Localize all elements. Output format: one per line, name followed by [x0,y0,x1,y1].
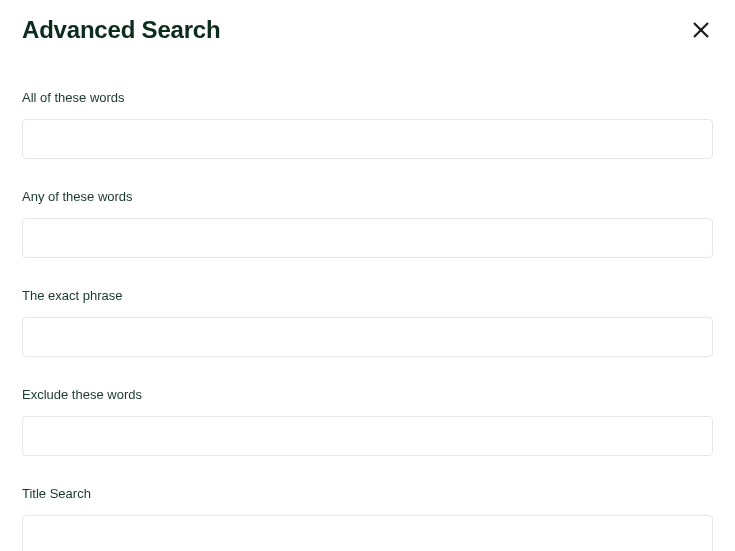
field-any-words: Any of these words [22,189,713,258]
exclude-words-input[interactable] [22,416,713,456]
close-button[interactable] [689,18,713,42]
title-search-input[interactable] [22,515,713,551]
any-words-input[interactable] [22,218,713,258]
field-label-all-words: All of these words [22,90,713,105]
field-title-search: Title Search [22,486,713,551]
field-all-words: All of these words [22,90,713,159]
field-exclude-words: Exclude these words [22,387,713,456]
field-label-exact-phrase: The exact phrase [22,288,713,303]
exact-phrase-input[interactable] [22,317,713,357]
all-words-input[interactable] [22,119,713,159]
field-label-title-search: Title Search [22,486,713,501]
field-exact-phrase: The exact phrase [22,288,713,357]
header: Advanced Search [22,16,713,44]
close-icon [692,21,710,39]
field-label-exclude-words: Exclude these words [22,387,713,402]
field-label-any-words: Any of these words [22,189,713,204]
page-title: Advanced Search [22,16,220,44]
advanced-search-panel: Advanced Search All of these words Any o… [0,0,735,551]
